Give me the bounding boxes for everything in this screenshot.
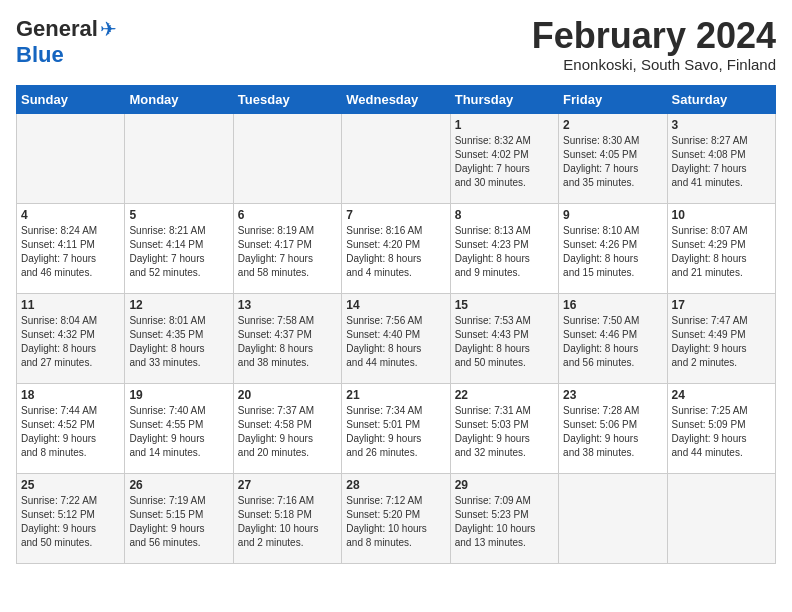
day-number: 16 (563, 298, 662, 312)
day-info: Sunrise: 8:32 AM Sunset: 4:02 PM Dayligh… (455, 134, 554, 190)
logo-general-text: General (16, 16, 98, 42)
day-info: Sunrise: 8:27 AM Sunset: 4:08 PM Dayligh… (672, 134, 771, 190)
day-number: 11 (21, 298, 120, 312)
day-number: 19 (129, 388, 228, 402)
table-cell (233, 113, 341, 203)
calendar-week-4: 18Sunrise: 7:44 AM Sunset: 4:52 PM Dayli… (17, 383, 776, 473)
table-cell: 12Sunrise: 8:01 AM Sunset: 4:35 PM Dayli… (125, 293, 233, 383)
table-cell (559, 473, 667, 563)
day-info: Sunrise: 7:44 AM Sunset: 4:52 PM Dayligh… (21, 404, 120, 460)
day-number: 12 (129, 298, 228, 312)
day-info: Sunrise: 8:07 AM Sunset: 4:29 PM Dayligh… (672, 224, 771, 280)
day-number: 25 (21, 478, 120, 492)
day-info: Sunrise: 8:21 AM Sunset: 4:14 PM Dayligh… (129, 224, 228, 280)
table-cell: 10Sunrise: 8:07 AM Sunset: 4:29 PM Dayli… (667, 203, 775, 293)
day-info: Sunrise: 8:24 AM Sunset: 4:11 PM Dayligh… (21, 224, 120, 280)
table-cell: 18Sunrise: 7:44 AM Sunset: 4:52 PM Dayli… (17, 383, 125, 473)
table-cell: 14Sunrise: 7:56 AM Sunset: 4:40 PM Dayli… (342, 293, 450, 383)
table-cell: 8Sunrise: 8:13 AM Sunset: 4:23 PM Daylig… (450, 203, 558, 293)
day-number: 7 (346, 208, 445, 222)
table-cell (342, 113, 450, 203)
day-info: Sunrise: 7:31 AM Sunset: 5:03 PM Dayligh… (455, 404, 554, 460)
title-section: February 2024 Enonkoski, South Savo, Fin… (532, 16, 776, 73)
day-number: 9 (563, 208, 662, 222)
day-info: Sunrise: 7:37 AM Sunset: 4:58 PM Dayligh… (238, 404, 337, 460)
day-info: Sunrise: 7:50 AM Sunset: 4:46 PM Dayligh… (563, 314, 662, 370)
table-cell: 29Sunrise: 7:09 AM Sunset: 5:23 PM Dayli… (450, 473, 558, 563)
table-cell: 7Sunrise: 8:16 AM Sunset: 4:20 PM Daylig… (342, 203, 450, 293)
table-cell: 17Sunrise: 7:47 AM Sunset: 4:49 PM Dayli… (667, 293, 775, 383)
day-info: Sunrise: 7:40 AM Sunset: 4:55 PM Dayligh… (129, 404, 228, 460)
location-subtitle: Enonkoski, South Savo, Finland (532, 56, 776, 73)
col-friday: Friday (559, 85, 667, 113)
day-number: 8 (455, 208, 554, 222)
day-info: Sunrise: 7:58 AM Sunset: 4:37 PM Dayligh… (238, 314, 337, 370)
day-number: 15 (455, 298, 554, 312)
calendar-table: Sunday Monday Tuesday Wednesday Thursday… (16, 85, 776, 564)
calendar-week-1: 1Sunrise: 8:32 AM Sunset: 4:02 PM Daylig… (17, 113, 776, 203)
day-number: 17 (672, 298, 771, 312)
day-info: Sunrise: 7:56 AM Sunset: 4:40 PM Dayligh… (346, 314, 445, 370)
table-cell: 22Sunrise: 7:31 AM Sunset: 5:03 PM Dayli… (450, 383, 558, 473)
calendar-week-2: 4Sunrise: 8:24 AM Sunset: 4:11 PM Daylig… (17, 203, 776, 293)
day-info: Sunrise: 7:19 AM Sunset: 5:15 PM Dayligh… (129, 494, 228, 550)
month-title: February 2024 (532, 16, 776, 56)
day-info: Sunrise: 7:16 AM Sunset: 5:18 PM Dayligh… (238, 494, 337, 550)
table-cell: 20Sunrise: 7:37 AM Sunset: 4:58 PM Dayli… (233, 383, 341, 473)
col-wednesday: Wednesday (342, 85, 450, 113)
table-cell (667, 473, 775, 563)
logo-bird-icon: ✈ (100, 17, 117, 41)
col-sunday: Sunday (17, 85, 125, 113)
day-number: 6 (238, 208, 337, 222)
day-number: 18 (21, 388, 120, 402)
day-info: Sunrise: 8:16 AM Sunset: 4:20 PM Dayligh… (346, 224, 445, 280)
day-info: Sunrise: 7:53 AM Sunset: 4:43 PM Dayligh… (455, 314, 554, 370)
table-cell (125, 113, 233, 203)
table-cell: 9Sunrise: 8:10 AM Sunset: 4:26 PM Daylig… (559, 203, 667, 293)
table-cell: 11Sunrise: 8:04 AM Sunset: 4:32 PM Dayli… (17, 293, 125, 383)
day-number: 23 (563, 388, 662, 402)
table-cell: 16Sunrise: 7:50 AM Sunset: 4:46 PM Dayli… (559, 293, 667, 383)
day-info: Sunrise: 8:30 AM Sunset: 4:05 PM Dayligh… (563, 134, 662, 190)
table-cell: 3Sunrise: 8:27 AM Sunset: 4:08 PM Daylig… (667, 113, 775, 203)
day-number: 21 (346, 388, 445, 402)
day-info: Sunrise: 7:09 AM Sunset: 5:23 PM Dayligh… (455, 494, 554, 550)
day-number: 4 (21, 208, 120, 222)
day-info: Sunrise: 8:04 AM Sunset: 4:32 PM Dayligh… (21, 314, 120, 370)
day-number: 28 (346, 478, 445, 492)
logo: General ✈ Blue (16, 16, 117, 68)
page-header: General ✈ Blue February 2024 Enonkoski, … (16, 16, 776, 73)
table-cell (17, 113, 125, 203)
day-number: 3 (672, 118, 771, 132)
day-info: Sunrise: 8:10 AM Sunset: 4:26 PM Dayligh… (563, 224, 662, 280)
table-cell: 15Sunrise: 7:53 AM Sunset: 4:43 PM Dayli… (450, 293, 558, 383)
day-number: 24 (672, 388, 771, 402)
table-cell: 4Sunrise: 8:24 AM Sunset: 4:11 PM Daylig… (17, 203, 125, 293)
day-number: 14 (346, 298, 445, 312)
col-tuesday: Tuesday (233, 85, 341, 113)
col-saturday: Saturday (667, 85, 775, 113)
day-number: 1 (455, 118, 554, 132)
table-cell: 6Sunrise: 8:19 AM Sunset: 4:17 PM Daylig… (233, 203, 341, 293)
table-cell: 26Sunrise: 7:19 AM Sunset: 5:15 PM Dayli… (125, 473, 233, 563)
table-cell: 2Sunrise: 8:30 AM Sunset: 4:05 PM Daylig… (559, 113, 667, 203)
logo-blue-text: Blue (16, 42, 64, 67)
calendar-week-5: 25Sunrise: 7:22 AM Sunset: 5:12 PM Dayli… (17, 473, 776, 563)
day-number: 5 (129, 208, 228, 222)
day-info: Sunrise: 7:34 AM Sunset: 5:01 PM Dayligh… (346, 404, 445, 460)
col-thursday: Thursday (450, 85, 558, 113)
day-info: Sunrise: 8:13 AM Sunset: 4:23 PM Dayligh… (455, 224, 554, 280)
table-cell: 23Sunrise: 7:28 AM Sunset: 5:06 PM Dayli… (559, 383, 667, 473)
day-number: 26 (129, 478, 228, 492)
day-number: 27 (238, 478, 337, 492)
day-info: Sunrise: 7:25 AM Sunset: 5:09 PM Dayligh… (672, 404, 771, 460)
day-info: Sunrise: 7:22 AM Sunset: 5:12 PM Dayligh… (21, 494, 120, 550)
day-number: 20 (238, 388, 337, 402)
day-info: Sunrise: 8:01 AM Sunset: 4:35 PM Dayligh… (129, 314, 228, 370)
col-monday: Monday (125, 85, 233, 113)
table-cell: 21Sunrise: 7:34 AM Sunset: 5:01 PM Dayli… (342, 383, 450, 473)
day-info: Sunrise: 7:47 AM Sunset: 4:49 PM Dayligh… (672, 314, 771, 370)
day-info: Sunrise: 8:19 AM Sunset: 4:17 PM Dayligh… (238, 224, 337, 280)
table-cell: 25Sunrise: 7:22 AM Sunset: 5:12 PM Dayli… (17, 473, 125, 563)
calendar-header-row: Sunday Monday Tuesday Wednesday Thursday… (17, 85, 776, 113)
